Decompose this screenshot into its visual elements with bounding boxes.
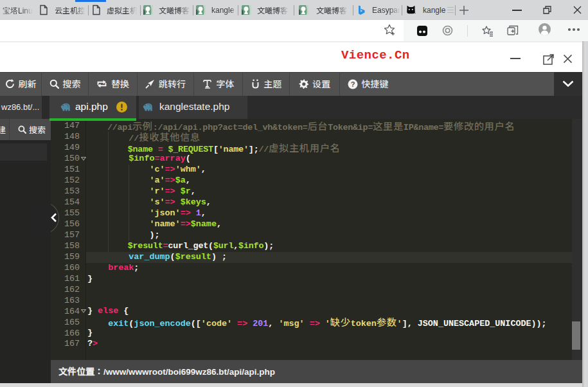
svg-text:?: ? [350,80,355,88]
